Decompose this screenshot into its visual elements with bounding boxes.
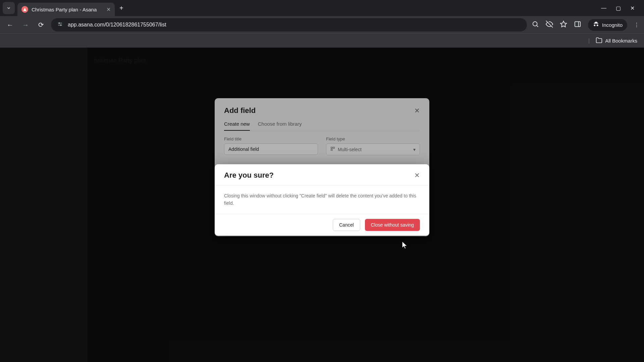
eye-off-icon[interactable] [546,20,553,29]
tab-bar: Christmas Party plan - Asana ✕ + — ▢ ✕ [0,0,644,16]
field-title-input[interactable] [224,143,318,155]
all-bookmarks-button[interactable]: All Bookmarks [596,37,637,45]
chevron-down-icon [6,6,11,10]
new-tab-button[interactable]: + [119,4,123,12]
url-bar: ← → ⟳ app.asana.com/0/1206182861755067/l… [0,16,644,34]
svg-rect-12 [331,149,332,150]
field-type-select[interactable]: Multi-select ▾ [326,143,420,155]
browser-tab[interactable]: Christmas Party plan - Asana ✕ [17,3,115,16]
confirm-body-text: Closing this window without clicking "Cr… [215,185,429,214]
svg-point-4 [533,22,537,26]
svg-point-3 [60,25,61,26]
field-type-label: Field type [326,136,420,141]
reload-button[interactable]: ⟳ [36,21,46,29]
svg-marker-7 [560,21,567,27]
field-type-value: Multi-select [338,147,362,152]
divider: | [588,38,590,44]
tab-create-new[interactable]: Create new [224,121,250,131]
tab-search-dropdown[interactable] [3,2,15,14]
all-bookmarks-label: All Bookmarks [605,38,637,44]
close-without-saving-button[interactable]: Close without saving [365,219,420,231]
search-icon[interactable] [532,20,539,29]
minimize-button[interactable]: — [601,5,606,11]
window-controls: — ▢ ✕ [601,5,641,11]
incognito-badge[interactable]: Incognito [588,19,627,31]
svg-point-2 [59,23,60,24]
maximize-button[interactable]: ▢ [616,5,621,11]
tab-choose-library[interactable]: Choose from library [258,121,302,131]
address-bar[interactable]: app.asana.com/0/1206182861755067/list [51,18,527,32]
close-tab-icon[interactable]: ✕ [106,6,111,13]
bookmark-star-icon[interactable] [560,20,567,29]
svg-rect-10 [331,147,332,148]
browser-chrome: Christmas Party plan - Asana ✕ + — ▢ ✕ ←… [0,0,644,48]
chevron-down-icon: ▾ [413,147,416,152]
svg-line-5 [537,25,538,27]
site-settings-icon[interactable] [57,21,63,28]
svg-rect-11 [333,147,334,148]
svg-rect-8 [575,22,581,27]
tab-title: Christmas Party plan - Asana [32,7,103,12]
url-text: app.asana.com/0/1206182861755067/list [68,22,166,28]
incognito-icon [593,21,599,29]
side-panel-icon[interactable] [574,20,581,29]
forward-button[interactable]: → [20,21,31,29]
close-window-button[interactable]: ✕ [630,5,635,11]
url-actions: Incognito ⋮ [532,19,639,31]
bookmarks-bar: | All Bookmarks [0,34,644,48]
confirm-title: Are you sure? [224,171,274,180]
field-title-label: Field title [224,136,318,141]
close-icon[interactable]: ✕ [414,171,420,179]
multiselect-icon [330,146,335,152]
browser-menu-icon[interactable]: ⋮ [634,22,639,28]
back-button[interactable]: ← [5,21,15,29]
incognito-label: Incognito [602,22,623,28]
folder-icon [596,37,602,45]
confirm-modal: Are you sure? ✕ Closing this window with… [215,164,429,236]
close-icon[interactable]: ✕ [414,107,420,115]
add-field-tabs: Create new Choose from library [224,121,420,131]
add-field-title: Add field [224,106,256,115]
asana-favicon [21,6,28,13]
cancel-button[interactable]: Cancel [333,219,360,231]
